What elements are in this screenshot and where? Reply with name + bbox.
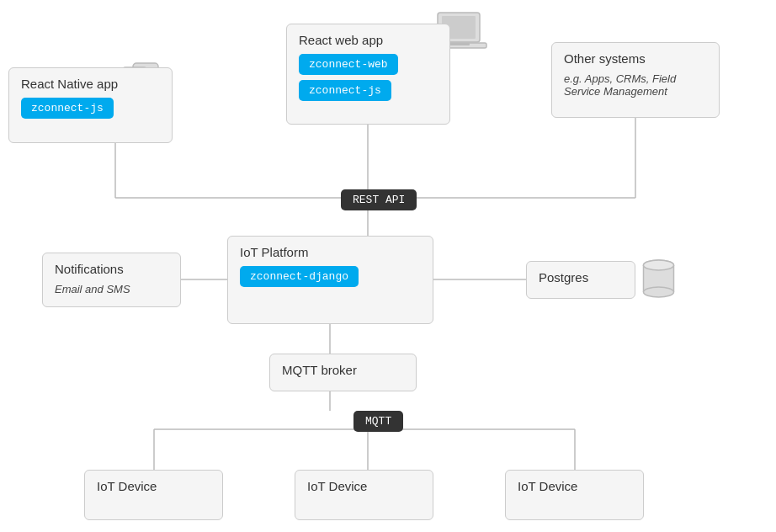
notifications-title: Notifications (55, 262, 168, 276)
mqtt-badge: MQTT (353, 411, 403, 432)
iot-platform-pill: zconnect-django (240, 266, 359, 287)
iot-device-2-title: IoT Device (307, 479, 421, 493)
react-web-pill2: zconnect-js (299, 80, 391, 101)
react-web-box: React web app zconnect-web zconnect-js (286, 24, 450, 125)
rest-api-badge: REST API (341, 189, 417, 210)
react-native-box: React Native app zconnect-js (8, 67, 173, 143)
iot-device-3-box: IoT Device (505, 470, 644, 520)
postgres-title: Postgres (539, 270, 623, 285)
svg-rect-22 (448, 43, 470, 45)
other-systems-title: Other systems (564, 51, 707, 66)
notifications-box: Notifications Email and SMS (42, 253, 181, 307)
react-web-title: React web app (299, 33, 438, 47)
iot-device-3-title: IoT Device (518, 479, 631, 493)
notifications-subtitle: Email and SMS (55, 283, 168, 295)
db-icon (640, 257, 678, 306)
iot-device-1-title: IoT Device (97, 479, 210, 493)
svg-point-27 (644, 287, 674, 297)
architecture-diagram: React Native app zconnect-js React web a… (0, 0, 776, 532)
postgres-box: Postgres (526, 261, 635, 299)
iot-device-1-box: IoT Device (84, 470, 223, 520)
react-native-title: React Native app (21, 77, 160, 91)
mqtt-broker-title: MQTT broker (282, 363, 404, 377)
svg-point-28 (644, 260, 674, 270)
other-systems-subtitle: e.g. Apps, CRMs, Field Service Managemen… (564, 72, 707, 98)
other-systems-box: Other systems e.g. Apps, CRMs, Field Ser… (551, 42, 720, 118)
react-web-pill1: zconnect-web (299, 54, 398, 75)
iot-device-2-box: IoT Device (295, 470, 433, 520)
react-native-pill: zconnect-js (21, 98, 114, 119)
iot-platform-box: IoT Platform zconnect-django (227, 236, 433, 324)
iot-platform-title: IoT Platform (240, 245, 421, 259)
mqtt-broker-box: MQTT broker (269, 354, 417, 391)
